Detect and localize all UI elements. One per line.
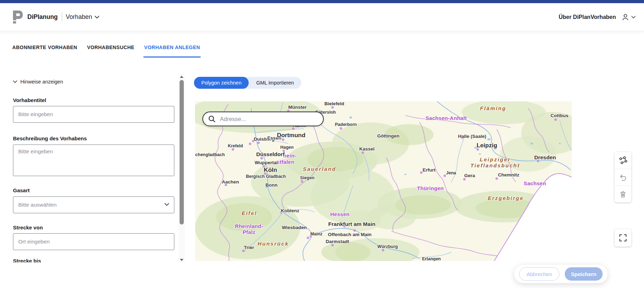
brand-divider [62,13,62,22]
speichern-button[interactable]: Speichern [565,267,603,281]
map-label-landscape: Erzgebirge [488,195,524,201]
map-search [202,112,324,126]
city-marker [331,244,334,247]
map-label-city: Göttingen [377,133,400,139]
map-label-region: Thüringen [417,185,444,191]
tab-bar: ABONNIERTE VORHABEN VORHABENSUCHE VORHAB… [12,44,201,58]
map-label-city: Offenbach am Main [328,232,372,237]
app-header: DiPlanung Vorhaben Über DiPlanVorhaben [0,3,644,31]
undo-tool-button[interactable] [615,169,631,186]
header-right: Über DiPlanVorhaben [559,3,636,31]
city-marker [420,172,423,174]
map-tool-stack [615,152,631,202]
map-label-city: Trier [244,245,254,250]
city-marker [249,143,251,145]
user-menu[interactable] [622,13,636,21]
page: DiPlanung Vorhaben Über DiPlanVorhaben [0,0,644,288]
brand-name: DiPlanung [27,13,58,21]
vorhabentitel-input[interactable] [13,106,174,123]
map-label-city: Wuppertal [255,160,278,165]
fullscreen-button[interactable] [615,229,631,247]
city-marker [301,180,303,183]
map-label-landscape: Sauerland [303,166,336,172]
map-label-city: Würzburg [377,244,398,249]
tab-abonnierte-vorhaben[interactable]: ABONNIERTE VORHABEN [12,44,78,58]
gml-importieren-button[interactable]: GML importieren [249,77,301,89]
map-label-city: Leipzig [477,142,497,149]
scroll-up-icon[interactable] [180,76,183,78]
draw-polygon-tool-button[interactable] [615,152,631,169]
map-label-city: Erfurt [423,167,436,173]
geometry-mode-toggle: Polygon zeichnen GML importieren [194,77,301,89]
search-icon [208,115,216,123]
strecke-von-input[interactable] [13,233,174,250]
form-scrollbar[interactable] [179,74,185,263]
map-label-city: Halle (Saale) [458,134,486,139]
map-canvas[interactable]: Sachsen-Anhalt Hessen Rheinland- Pfalz T… [195,101,572,261]
fullscreen-icon [619,234,627,242]
map-label-city: Frankfurt am Main [328,221,375,227]
beschreibung-textarea[interactable] [13,145,174,176]
trash-icon [619,190,627,199]
tab-vorhabensuche[interactable]: VORHABENSUCHE [86,44,135,58]
city-marker [257,142,260,144]
city-marker [354,229,356,232]
field-label-gasart: Gasart [13,187,175,194]
hints-toggle[interactable]: Hinweise anzeigen [13,79,63,85]
scrollbar-thumb[interactable] [180,80,184,225]
city-marker [232,148,234,151]
about-link[interactable]: Über DiPlanVorhaben [559,14,616,20]
field-label-vorhabentitel: Vorhabentitel [13,97,175,103]
map-label-city: Jena [446,170,456,175]
map-label-city: Krefeld [228,143,243,148]
polygon-zeichnen-button[interactable]: Polygon zeichnen [194,77,249,89]
vorhaben-form: Hinweise anzeigen Vorhabentitel Beschrei… [13,74,175,262]
brand-area: DiPlanung Vorhaben [11,3,99,31]
map-label-region: Pfalz [243,229,256,235]
chevron-down-icon [95,16,99,19]
field-label-strecke-bis: Strecke bis [13,258,175,262]
abbrechen-button[interactable]: Abbrechen [519,267,559,281]
map-label-landscape: Tieflandsbucht [470,162,520,168]
field-label-strecke-von: Strecke von [13,225,175,231]
diplan-logo-icon [11,11,24,24]
map-label-region: nein- [283,153,296,159]
map-label-city: Siegen [300,175,315,180]
city-marker [362,152,364,154]
map-label-city: Kassel [359,146,375,152]
scroll-down-icon[interactable] [180,259,183,261]
map-label-region: stfalen [277,159,294,165]
map-label-city: Köln [264,167,277,174]
map-label-city: Bonn [266,182,278,188]
map-label-city: Wiesbaden [282,225,307,230]
map-label-landscape: Hunsrück [257,241,289,247]
city-marker [496,178,498,180]
city-marker [307,237,309,239]
map-label-city: Hagen [280,145,294,150]
map-label-region: Sachsen [524,180,546,186]
map-label-city: Gera [464,173,475,178]
map-label-landscape: Eifel [242,210,257,216]
map-label-landscape: Fläming [480,105,506,111]
field-label-beschreibung: Beschreibung des Vorhabens [13,135,175,142]
city-marker [382,249,384,252]
delete-tool-button[interactable] [615,186,631,202]
map-label-city: Mönchengladbach [195,152,225,157]
tab-vorhaben-anlegen[interactable]: VORHABEN ANLEGEN [143,44,201,58]
hints-toggle-label: Hinweise anzeigen [20,79,63,85]
city-marker [331,106,334,109]
gasart-select[interactable]: Bitte auswählen [13,196,174,213]
user-icon [622,13,629,21]
map-label-city: Chemnitz [498,172,519,178]
map-label-region: Sachsen-Anhalt [425,115,467,121]
map-label-region: Rheinland- [235,223,263,229]
map-label-city: Münster [288,105,307,110]
map-label-city: Erlangen [422,256,441,261]
map-label-city: Cottbus [551,113,569,118]
address-search-input[interactable] [219,115,320,123]
chevron-down-icon [631,16,636,19]
map-label-city: Aachen [222,179,239,185]
map-label-city: Paderborn [335,122,357,127]
section-switcher[interactable]: Vorhaben [66,13,100,21]
map-label-city: Dresden [534,154,556,161]
